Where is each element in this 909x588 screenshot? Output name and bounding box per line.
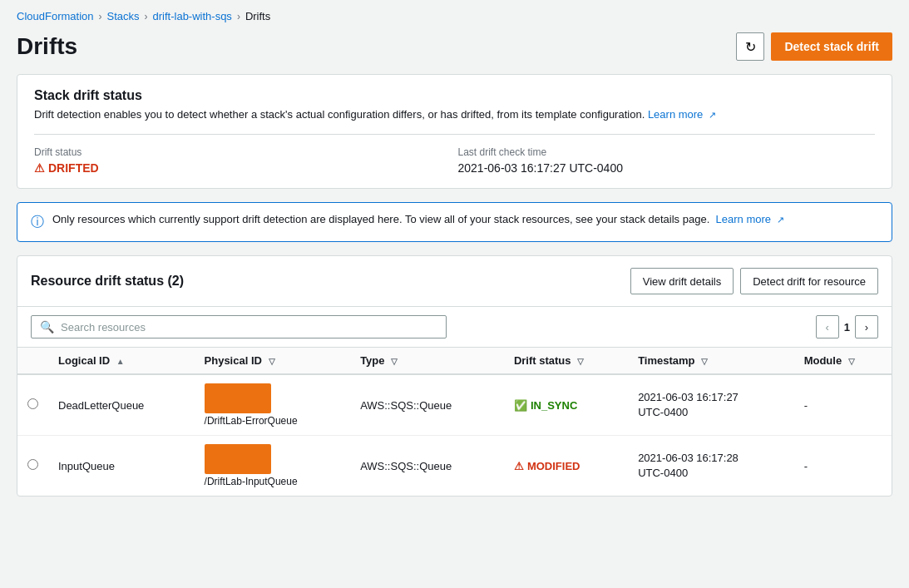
prev-page-button[interactable]: ‹: [816, 315, 839, 338]
main-content: Stack drift status Drift detection enabl…: [0, 74, 909, 513]
row-2-physical-id: /DriftLab-InputQueue: [195, 436, 351, 497]
breadcrumb-sep-2: ›: [145, 11, 148, 22]
breadcrumb-current: Drifts: [245, 10, 270, 22]
sort-icon-physical-id: ▽: [269, 357, 275, 366]
sort-icon-module: ▽: [848, 357, 855, 366]
row-2-radio[interactable]: [27, 459, 38, 470]
col-select: [17, 348, 48, 374]
last-check-item: Last drift check time 2021-06-03 16:17:2…: [458, 146, 876, 175]
drift-status-label: Drift status: [34, 146, 452, 158]
in-sync-icon: ✅: [514, 399, 527, 412]
row-2-physical-id-thumb: [205, 444, 271, 474]
detect-drift-for-resource-button[interactable]: Detect drift for resource: [740, 268, 878, 294]
search-input-wrapper[interactable]: 🔍: [31, 315, 447, 338]
sort-icon-drift-status: ▽: [577, 357, 584, 366]
col-logical-id[interactable]: Logical ID ▲: [48, 348, 195, 374]
external-link-icon-1: ↗: [709, 110, 716, 121]
row-2-module: -: [794, 436, 892, 497]
sort-icon-type: ▽: [391, 357, 398, 366]
next-page-button[interactable]: ›: [855, 315, 878, 338]
row-2-physical-id-text: /DriftLab-InputQueue: [205, 476, 341, 487]
row-1-physical-id-text: /DriftLab-ErrorQueue: [205, 415, 341, 427]
row-1-radio[interactable]: [27, 398, 38, 409]
row-1-timestamp: 2021-06-03 16:17:27 UTC-0400: [628, 374, 793, 436]
col-type[interactable]: Type ▽: [350, 348, 504, 374]
modified-icon: ⚠: [514, 460, 524, 472]
breadcrumb-sep-1: ›: [99, 11, 102, 22]
external-link-icon-2: ↗: [777, 215, 784, 225]
info-icon: ⓘ: [31, 214, 44, 231]
resource-drift-section: Resource drift status (2) View drift det…: [17, 255, 892, 497]
search-input[interactable]: [61, 321, 437, 334]
row-1-logical-id: DeadLetterQueue: [48, 374, 195, 436]
row-2-timestamp: 2021-06-03 16:17:28 UTC-0400: [628, 436, 793, 497]
breadcrumb-stack-name[interactable]: drift-lab-with-sqs: [153, 10, 232, 22]
row-2-select-cell[interactable]: [17, 436, 48, 497]
last-check-label: Last drift check time: [458, 146, 876, 158]
drift-status-description: Drift detection enables you to detect wh…: [34, 108, 875, 121]
row-2-drift-status: ⚠ MODIFIED: [504, 436, 628, 497]
row-1-module: -: [794, 374, 892, 436]
table-row: InputQueue /DriftLab-InputQueue AWS::SQS…: [17, 436, 892, 497]
row-2-type: AWS::SQS::Queue: [350, 436, 504, 497]
header-actions: ↻ Detect stack drift: [736, 32, 892, 61]
search-icon: 🔍: [40, 320, 54, 334]
sort-icon-logical-id: ▲: [116, 357, 125, 366]
col-drift-status[interactable]: Drift status ▽: [504, 348, 628, 374]
detect-stack-drift-button[interactable]: Detect stack drift: [771, 32, 892, 61]
refresh-button[interactable]: ↻: [736, 32, 764, 61]
table-row: DeadLetterQueue /DriftLab-ErrorQueue AWS…: [17, 374, 892, 436]
table-header-row: Logical ID ▲ Physical ID ▽ Type ▽ Drift …: [17, 348, 892, 374]
row-1-drift-status: ✅ IN_SYNC: [504, 374, 628, 436]
learn-more-link-2[interactable]: Learn more ↗: [713, 213, 784, 225]
col-module[interactable]: Module ▽: [794, 348, 892, 374]
row-2-logical-id: InputQueue: [48, 436, 195, 497]
info-banner: ⓘ Only resources which currently support…: [17, 202, 892, 242]
breadcrumb: CloudFormation › Stacks › drift-lab-with…: [0, 0, 909, 29]
warning-icon: ⚠: [34, 161, 45, 175]
resource-header-actions: View drift details Detect drift for reso…: [630, 268, 878, 294]
view-drift-details-button[interactable]: View drift details: [630, 268, 734, 294]
stack-drift-status-card: Stack drift status Drift detection enabl…: [17, 74, 892, 189]
learn-more-link-1[interactable]: Learn more ↗: [648, 108, 716, 121]
last-check-value: 2021-06-03 16:17:27 UTC-0400: [458, 161, 876, 175]
page-number: 1: [844, 321, 850, 334]
breadcrumb-sep-3: ›: [237, 11, 240, 22]
info-banner-text: Only resources which currently support d…: [52, 213, 784, 225]
drift-status-heading: Stack drift status: [34, 88, 875, 103]
sort-icon-timestamp: ▽: [701, 357, 708, 366]
page-title: Drifts: [17, 33, 77, 60]
resource-table: Logical ID ▲ Physical ID ▽ Type ▽ Drift …: [17, 348, 892, 496]
row-1-select-cell[interactable]: [17, 374, 48, 436]
drift-status-value: ⚠ DRIFTED: [34, 161, 452, 175]
resource-section-heading: Resource drift status (2): [31, 274, 184, 289]
refresh-icon: ↻: [745, 39, 756, 55]
drift-info-grid: Drift status ⚠ DRIFTED Last drift check …: [34, 134, 875, 175]
row-1-physical-id: /DriftLab-ErrorQueue: [195, 374, 351, 436]
col-physical-id[interactable]: Physical ID ▽: [195, 348, 351, 374]
resource-section-header: Resource drift status (2) View drift det…: [17, 256, 892, 307]
col-timestamp[interactable]: Timestamp ▽: [628, 348, 793, 374]
search-bar-container: 🔍 ‹ 1 ›: [17, 307, 892, 348]
drift-status-item: Drift status ⚠ DRIFTED: [34, 146, 452, 175]
row-1-physical-id-thumb: [205, 383, 271, 413]
breadcrumb-cloudformation[interactable]: CloudFormation: [17, 10, 94, 22]
page-header: Drifts ↻ Detect stack drift: [0, 29, 909, 74]
row-1-type: AWS::SQS::Queue: [350, 374, 504, 436]
pagination-controls: ‹ 1 ›: [816, 315, 878, 338]
breadcrumb-stacks[interactable]: Stacks: [107, 10, 140, 22]
